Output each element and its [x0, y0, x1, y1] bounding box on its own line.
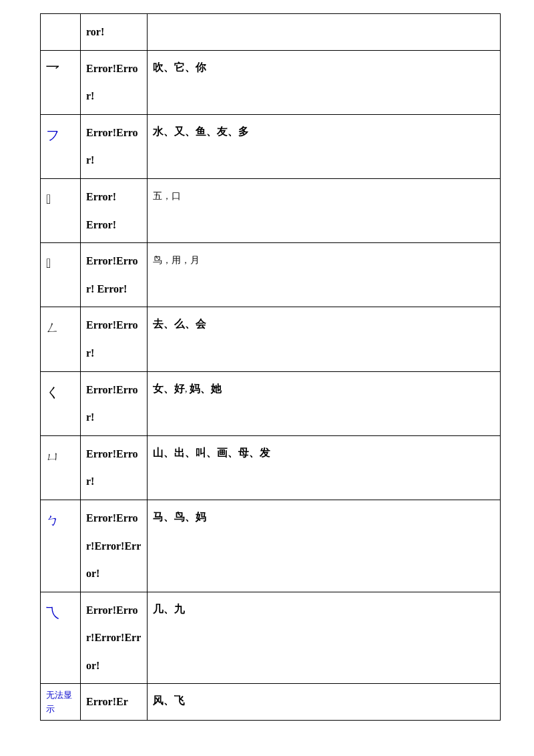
table-row: ㄅ Error!Error!Error!Error! 马、鸟、妈	[41, 500, 501, 592]
table-row: 乛 Error!Error! 吹、它、你	[41, 50, 501, 114]
stroke-cell: フ	[46, 128, 59, 142]
error-cell: Error!Error!	[86, 63, 138, 102]
table-row: 𠃍 Error! Error! 五，口	[41, 178, 501, 242]
error-cell: ror!	[86, 26, 104, 37]
error-cell: Error!Error! Error!	[86, 255, 138, 295]
table-row: 无法显示 Error!Er 风、飞	[41, 684, 501, 721]
chars-cell: 妈、她	[190, 383, 222, 394]
table-row: ror!	[41, 14, 501, 51]
table-row: 𠃌 Error!Error! Error! 鸟，用，月	[41, 243, 501, 307]
chars-cell: 女、好	[153, 383, 185, 394]
stroke-cell: 𠃍	[46, 192, 51, 206]
error-cell: Error!Error!	[86, 384, 138, 423]
error-cell: Error!Error!Error!Error!	[86, 512, 141, 579]
chars-cell: 山、出、叫、画、母、发	[153, 447, 270, 458]
error-cell: Error!Er	[86, 696, 128, 707]
chars-cell: 吹、它、你	[153, 61, 206, 73]
table-row: 乁 Error!Error!Error!Error! 几、九	[41, 592, 501, 684]
error-cell: Error!Error!	[86, 319, 138, 359]
chars-cell: 几、九	[153, 603, 185, 614]
chars-cell: 水、又、鱼、友、多	[153, 126, 249, 137]
chars-cell: 去、么、会	[153, 318, 206, 329]
stroke-cell: 乛	[46, 63, 59, 78]
error-cell: Error! Error!	[86, 191, 116, 230]
chars-sep: ,	[185, 384, 190, 394]
stroke-cell: ㄥ	[46, 320, 59, 335]
stroke-cell: 𠃌	[46, 256, 51, 270]
chars-cell: 五，口	[153, 191, 181, 201]
table-row: フ Error!Error! 水、又、鱼、友、多	[41, 114, 501, 178]
chars-cell: 马、鸟、妈	[153, 511, 206, 522]
stroke-cell: 无法显示	[46, 690, 72, 714]
error-cell: Error!Error!	[86, 127, 138, 166]
table-row: ㄥ Error!Error! 去、么、会	[41, 307, 501, 371]
stroke-cell: ㄅ	[46, 513, 59, 528]
stroke-cell: ㄩ	[46, 449, 59, 463]
stroke-cell: く	[46, 385, 59, 399]
error-cell: Error!Error!	[86, 448, 138, 488]
stroke-cell: 乁	[46, 605, 59, 620]
table-row: ㄩ Error!Error! 山、出、叫、画、母、发	[41, 435, 501, 500]
error-cell: Error!Error!Error!Error!	[86, 604, 141, 671]
chars-cell: 风、飞	[153, 695, 185, 706]
table-row: く Error!Error! 女、好, 妈、她	[41, 371, 501, 435]
chars-cell: 鸟，用，月	[153, 255, 200, 265]
stroke-table: ror! 乛 Error!Error! 吹、它、你 フ Error!Error!…	[40, 13, 501, 721]
